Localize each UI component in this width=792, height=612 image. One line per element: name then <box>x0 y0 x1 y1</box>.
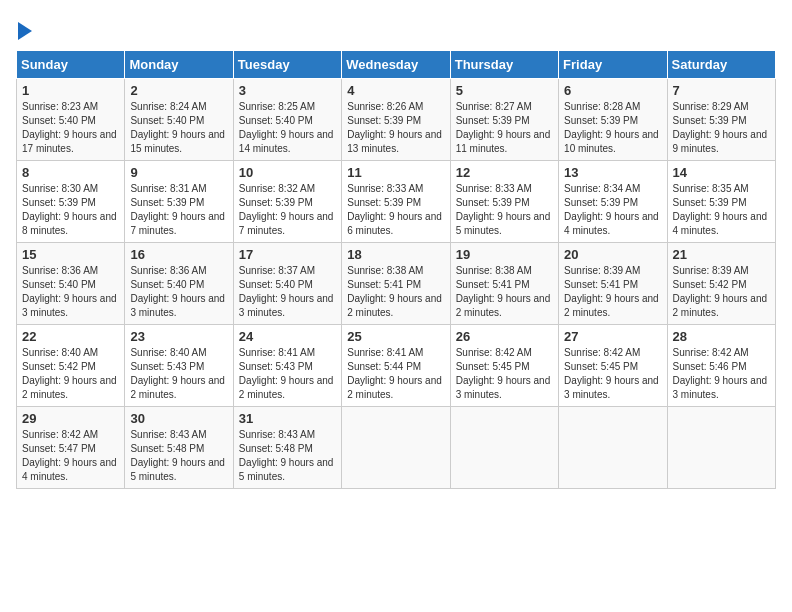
calendar-week-2: 8Sunrise: 8:30 AM Sunset: 5:39 PM Daylig… <box>17 161 776 243</box>
day-number: 28 <box>673 329 770 344</box>
calendar-body: 1Sunrise: 8:23 AM Sunset: 5:40 PM Daylig… <box>17 79 776 489</box>
cell-info: Sunrise: 8:32 AM Sunset: 5:39 PM Dayligh… <box>239 182 336 238</box>
cell-info: Sunrise: 8:39 AM Sunset: 5:41 PM Dayligh… <box>564 264 661 320</box>
day-number: 3 <box>239 83 336 98</box>
calendar-cell: 17Sunrise: 8:37 AM Sunset: 5:40 PM Dayli… <box>233 243 341 325</box>
header-day-saturday: Saturday <box>667 51 775 79</box>
calendar-cell <box>342 407 450 489</box>
calendar-cell: 24Sunrise: 8:41 AM Sunset: 5:43 PM Dayli… <box>233 325 341 407</box>
day-number: 29 <box>22 411 119 426</box>
calendar-cell: 28Sunrise: 8:42 AM Sunset: 5:46 PM Dayli… <box>667 325 775 407</box>
calendar-cell: 8Sunrise: 8:30 AM Sunset: 5:39 PM Daylig… <box>17 161 125 243</box>
day-number: 31 <box>239 411 336 426</box>
calendar-cell: 3Sunrise: 8:25 AM Sunset: 5:40 PM Daylig… <box>233 79 341 161</box>
day-number: 12 <box>456 165 553 180</box>
day-number: 14 <box>673 165 770 180</box>
calendar-cell: 12Sunrise: 8:33 AM Sunset: 5:39 PM Dayli… <box>450 161 558 243</box>
cell-info: Sunrise: 8:43 AM Sunset: 5:48 PM Dayligh… <box>239 428 336 484</box>
calendar-cell: 18Sunrise: 8:38 AM Sunset: 5:41 PM Dayli… <box>342 243 450 325</box>
day-number: 23 <box>130 329 227 344</box>
calendar-cell: 6Sunrise: 8:28 AM Sunset: 5:39 PM Daylig… <box>559 79 667 161</box>
calendar-cell: 16Sunrise: 8:36 AM Sunset: 5:40 PM Dayli… <box>125 243 233 325</box>
cell-info: Sunrise: 8:30 AM Sunset: 5:39 PM Dayligh… <box>22 182 119 238</box>
calendar-cell <box>450 407 558 489</box>
calendar-cell: 4Sunrise: 8:26 AM Sunset: 5:39 PM Daylig… <box>342 79 450 161</box>
day-number: 4 <box>347 83 444 98</box>
day-number: 2 <box>130 83 227 98</box>
day-number: 20 <box>564 247 661 262</box>
day-number: 19 <box>456 247 553 262</box>
cell-info: Sunrise: 8:43 AM Sunset: 5:48 PM Dayligh… <box>130 428 227 484</box>
day-number: 5 <box>456 83 553 98</box>
calendar-cell <box>559 407 667 489</box>
calendar-cell: 13Sunrise: 8:34 AM Sunset: 5:39 PM Dayli… <box>559 161 667 243</box>
cell-info: Sunrise: 8:37 AM Sunset: 5:40 PM Dayligh… <box>239 264 336 320</box>
cell-info: Sunrise: 8:36 AM Sunset: 5:40 PM Dayligh… <box>130 264 227 320</box>
calendar-cell: 10Sunrise: 8:32 AM Sunset: 5:39 PM Dayli… <box>233 161 341 243</box>
day-number: 8 <box>22 165 119 180</box>
day-number: 22 <box>22 329 119 344</box>
header-day-friday: Friday <box>559 51 667 79</box>
day-number: 18 <box>347 247 444 262</box>
day-number: 9 <box>130 165 227 180</box>
cell-info: Sunrise: 8:34 AM Sunset: 5:39 PM Dayligh… <box>564 182 661 238</box>
calendar-cell: 21Sunrise: 8:39 AM Sunset: 5:42 PM Dayli… <box>667 243 775 325</box>
cell-info: Sunrise: 8:28 AM Sunset: 5:39 PM Dayligh… <box>564 100 661 156</box>
logo-triangle-icon <box>18 22 32 40</box>
cell-info: Sunrise: 8:29 AM Sunset: 5:39 PM Dayligh… <box>673 100 770 156</box>
calendar-week-3: 15Sunrise: 8:36 AM Sunset: 5:40 PM Dayli… <box>17 243 776 325</box>
day-number: 26 <box>456 329 553 344</box>
header-day-thursday: Thursday <box>450 51 558 79</box>
day-number: 1 <box>22 83 119 98</box>
cell-info: Sunrise: 8:42 AM Sunset: 5:45 PM Dayligh… <box>456 346 553 402</box>
calendar-cell: 2Sunrise: 8:24 AM Sunset: 5:40 PM Daylig… <box>125 79 233 161</box>
day-number: 25 <box>347 329 444 344</box>
cell-info: Sunrise: 8:41 AM Sunset: 5:43 PM Dayligh… <box>239 346 336 402</box>
cell-info: Sunrise: 8:23 AM Sunset: 5:40 PM Dayligh… <box>22 100 119 156</box>
cell-info: Sunrise: 8:26 AM Sunset: 5:39 PM Dayligh… <box>347 100 444 156</box>
day-number: 30 <box>130 411 227 426</box>
logo <box>16 20 32 40</box>
day-number: 10 <box>239 165 336 180</box>
day-number: 21 <box>673 247 770 262</box>
calendar-cell: 20Sunrise: 8:39 AM Sunset: 5:41 PM Dayli… <box>559 243 667 325</box>
cell-info: Sunrise: 8:33 AM Sunset: 5:39 PM Dayligh… <box>456 182 553 238</box>
calendar-cell: 29Sunrise: 8:42 AM Sunset: 5:47 PM Dayli… <box>17 407 125 489</box>
calendar-cell: 25Sunrise: 8:41 AM Sunset: 5:44 PM Dayli… <box>342 325 450 407</box>
calendar-week-5: 29Sunrise: 8:42 AM Sunset: 5:47 PM Dayli… <box>17 407 776 489</box>
day-number: 15 <box>22 247 119 262</box>
cell-info: Sunrise: 8:31 AM Sunset: 5:39 PM Dayligh… <box>130 182 227 238</box>
cell-info: Sunrise: 8:39 AM Sunset: 5:42 PM Dayligh… <box>673 264 770 320</box>
calendar-cell: 26Sunrise: 8:42 AM Sunset: 5:45 PM Dayli… <box>450 325 558 407</box>
day-number: 24 <box>239 329 336 344</box>
calendar-cell: 5Sunrise: 8:27 AM Sunset: 5:39 PM Daylig… <box>450 79 558 161</box>
calendar-cell: 1Sunrise: 8:23 AM Sunset: 5:40 PM Daylig… <box>17 79 125 161</box>
day-number: 6 <box>564 83 661 98</box>
day-number: 11 <box>347 165 444 180</box>
header <box>16 16 776 40</box>
calendar-cell: 9Sunrise: 8:31 AM Sunset: 5:39 PM Daylig… <box>125 161 233 243</box>
cell-info: Sunrise: 8:38 AM Sunset: 5:41 PM Dayligh… <box>456 264 553 320</box>
cell-info: Sunrise: 8:25 AM Sunset: 5:40 PM Dayligh… <box>239 100 336 156</box>
calendar-cell: 14Sunrise: 8:35 AM Sunset: 5:39 PM Dayli… <box>667 161 775 243</box>
header-day-tuesday: Tuesday <box>233 51 341 79</box>
calendar-table: SundayMondayTuesdayWednesdayThursdayFrid… <box>16 50 776 489</box>
calendar-cell: 11Sunrise: 8:33 AM Sunset: 5:39 PM Dayli… <box>342 161 450 243</box>
calendar-cell: 27Sunrise: 8:42 AM Sunset: 5:45 PM Dayli… <box>559 325 667 407</box>
cell-info: Sunrise: 8:42 AM Sunset: 5:47 PM Dayligh… <box>22 428 119 484</box>
header-day-monday: Monday <box>125 51 233 79</box>
calendar-cell: 30Sunrise: 8:43 AM Sunset: 5:48 PM Dayli… <box>125 407 233 489</box>
calendar-week-4: 22Sunrise: 8:40 AM Sunset: 5:42 PM Dayli… <box>17 325 776 407</box>
calendar-cell: 22Sunrise: 8:40 AM Sunset: 5:42 PM Dayli… <box>17 325 125 407</box>
day-number: 17 <box>239 247 336 262</box>
day-number: 27 <box>564 329 661 344</box>
day-number: 13 <box>564 165 661 180</box>
day-number: 7 <box>673 83 770 98</box>
cell-info: Sunrise: 8:33 AM Sunset: 5:39 PM Dayligh… <box>347 182 444 238</box>
calendar-cell: 19Sunrise: 8:38 AM Sunset: 5:41 PM Dayli… <box>450 243 558 325</box>
calendar-header: SundayMondayTuesdayWednesdayThursdayFrid… <box>17 51 776 79</box>
header-row: SundayMondayTuesdayWednesdayThursdayFrid… <box>17 51 776 79</box>
cell-info: Sunrise: 8:35 AM Sunset: 5:39 PM Dayligh… <box>673 182 770 238</box>
cell-info: Sunrise: 8:36 AM Sunset: 5:40 PM Dayligh… <box>22 264 119 320</box>
cell-info: Sunrise: 8:42 AM Sunset: 5:45 PM Dayligh… <box>564 346 661 402</box>
